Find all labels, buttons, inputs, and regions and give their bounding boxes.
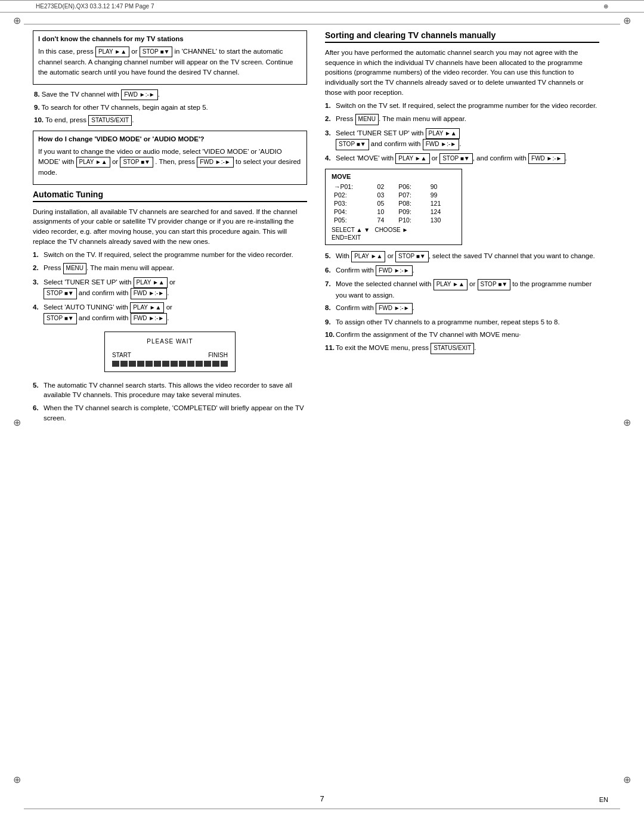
sorting-heading: Sorting and clearing TV channels manuall… [325, 30, 599, 43]
page-number: 7 [0, 794, 644, 803]
progress-box: PLEASE WAIT START FINISH [104, 332, 236, 372]
s-step-2: 2. Press MENU. The main menu will appear… [325, 114, 599, 125]
video-mode-body: If you want to change the video or audio… [38, 147, 302, 178]
header-text: HE273ED(EN).QX3 03.3.12 1:47 PM Page 7 [36, 3, 154, 10]
stop-btn-at3: STOP ■▼ [44, 288, 77, 299]
video-mode-box: How do I change 'VIDEO MODE' or 'AUDIO M… [33, 131, 307, 185]
move-cell: 99 [428, 191, 456, 199]
move-footer-1: SELECT ▲ ▼ CHOOSE ► [332, 227, 456, 233]
video-mode-heading: How do I change 'VIDEO MODE' or 'AUDIO M… [38, 134, 302, 144]
seg-5 [145, 361, 153, 367]
move-row-1: →P01: 02 P06: 90 [332, 182, 456, 191]
s-step-4: 4. Select 'MOVE' with PLAY ►▲ or STOP ■▼… [325, 153, 599, 165]
move-cell: P10: [396, 216, 428, 224]
move-cell: 121 [428, 199, 456, 208]
s-step-8: 8. Confirm with FWD ►:-►. [325, 303, 599, 314]
play-btn-s3: PLAY ►▲ [426, 128, 460, 140]
crosshair-top-left: ⊕ [13, 15, 21, 26]
menu-btn-2: MENU [355, 114, 379, 125]
at-step-4: 4. Select 'AUTO TUNING' with PLAY ►▲ or … [33, 302, 307, 324]
move-cell: 10 [375, 208, 397, 216]
at-step-1: 1. Switch on the TV. If required, select… [33, 250, 307, 260]
seg-2 [120, 361, 128, 367]
progress-bar [112, 361, 228, 367]
move-box-title: MOVE [332, 173, 456, 180]
finish-label: FINISH [208, 352, 228, 358]
move-cell: P07: [396, 191, 428, 199]
at-step-3: 3. Select 'TUNER SET UP' with PLAY ►▲ or… [33, 277, 307, 299]
move-row-4: P04: 10 P09: 124 [332, 208, 456, 216]
right-column: Sorting and clearing TV channels manuall… [325, 30, 599, 428]
fwd-btn-step8: FWD ►:-► [121, 89, 157, 101]
s-step-5: 5. With PLAY ►▲ or STOP ■▼, select the s… [325, 251, 599, 262]
main-content: I don't know the channels for my TV stat… [0, 13, 644, 439]
top-border-line [24, 24, 620, 24]
move-cell: 90 [428, 182, 456, 191]
move-cell: P03: [332, 199, 375, 208]
move-cell: P04: [332, 208, 375, 216]
s-step-1: 1. Switch on the TV set. If required, se… [325, 101, 599, 111]
seg-9 [179, 361, 186, 367]
seg-4 [137, 361, 144, 367]
seg-10 [187, 361, 194, 367]
fwd-btn-video: FWD ►:-► [197, 157, 233, 168]
move-row-5: P05: 74 P10: 130 [332, 216, 456, 224]
move-cell: 130 [428, 216, 456, 224]
fwd-btn-at4: FWD ►:-► [131, 313, 167, 324]
s-step-11: 11. To exit the MOVE menu, press STATUS/… [325, 343, 599, 354]
status-exit-btn-1: STATUS/EXIT [88, 115, 132, 126]
at-step-2: 2. Press MENU. The main menu will appear… [33, 263, 307, 274]
progress-box-title: PLEASE WAIT [112, 338, 228, 345]
s-step-6: 6. Confirm with FWD ►:-►. [325, 265, 599, 277]
stop-btn-s3: STOP ■▼ [336, 139, 369, 150]
move-box: MOVE →P01: 02 P06: 90 P02: 03 P07: 99 [325, 169, 462, 245]
start-label: START [112, 352, 131, 358]
bottom-border-line [24, 809, 620, 809]
sorting-steps-5-11: 5. With PLAY ►▲ or STOP ■▼, select the s… [325, 251, 599, 354]
fwd-btn-at3: FWD ►:-► [131, 288, 167, 299]
move-row-2: P02: 03 P07: 99 [332, 191, 456, 199]
move-cell: P09: [396, 208, 428, 216]
play-btn-s4: PLAY ►▲ [395, 153, 429, 165]
move-cell: 05 [375, 199, 397, 208]
dont-know-body: In this case, press PLAY ►▲ or STOP ■▼ i… [38, 47, 302, 78]
left-column: I don't know the channels for my TV stat… [33, 30, 307, 428]
fwd-btn-s3: FWD ►:-► [423, 139, 459, 150]
play-btn-s5: PLAY ►▲ [351, 251, 385, 262]
seg-3 [129, 361, 136, 367]
play-btn-1: PLAY ►▲ [95, 47, 129, 58]
page-container: ⊕ ⊕ HE273ED(EN).QX3 03.3.12 1:47 PM Page… [0, 0, 644, 833]
move-cell: P05: [332, 216, 375, 224]
automatic-tuning-heading: Automatic Tuning [33, 190, 307, 202]
play-btn-s7: PLAY ►▲ [434, 279, 467, 290]
sorting-body: After you have performed the automatic c… [325, 48, 599, 97]
move-cell: 124 [428, 208, 456, 216]
play-btn-at3: PLAY ►▲ [134, 277, 168, 289]
stop-btn-1: STOP ■▼ [140, 47, 173, 58]
crosshair-bottom-right: ⊕ [623, 774, 631, 785]
sorting-steps-1-4: 1. Switch on the TV set. If required, se… [325, 101, 599, 164]
crosshair-bottom-left: ⊕ [13, 774, 21, 785]
move-footer-2: END=EXIT [332, 234, 456, 241]
move-table: →P01: 02 P06: 90 P02: 03 P07: 99 P03: 05 [332, 182, 456, 224]
dont-know-heading: I don't know the channels for my TV stat… [38, 34, 302, 44]
s-step-10: 10. Confirm the assignment of the TV cha… [325, 330, 599, 340]
crosshair-left: ⊕ [13, 417, 21, 428]
move-cell: P08: [396, 199, 428, 208]
s-step-3: 3. Select 'TUNER SET UP' with PLAY ►▲ ST… [325, 128, 599, 150]
step-8: 8. Save the TV channel with FWD ►:-►. [33, 89, 307, 101]
stop-btn-at4: STOP ■▼ [44, 313, 77, 324]
move-cell: 74 [375, 216, 397, 224]
at-step-5: 5. The automatic TV channel search start… [33, 380, 307, 400]
header-bar: HE273ED(EN).QX3 03.3.12 1:47 PM Page 7 ⊕ [0, 0, 644, 13]
fwd-btn-s8: FWD ►:-► [376, 303, 412, 314]
stop-btn-s5: STOP ■▼ [395, 251, 429, 262]
s-step-9: 9. To assign other TV channels to a prog… [325, 317, 599, 327]
fwd-btn-s4: FWD ►:-► [528, 153, 565, 165]
step-10: 10. To end, press STATUS/EXIT. [33, 115, 307, 126]
seg-14 [221, 361, 228, 367]
seg-11 [196, 361, 203, 367]
move-cell: 02 [375, 182, 397, 191]
seg-8 [171, 361, 178, 367]
move-cell: →P01: [332, 182, 375, 191]
